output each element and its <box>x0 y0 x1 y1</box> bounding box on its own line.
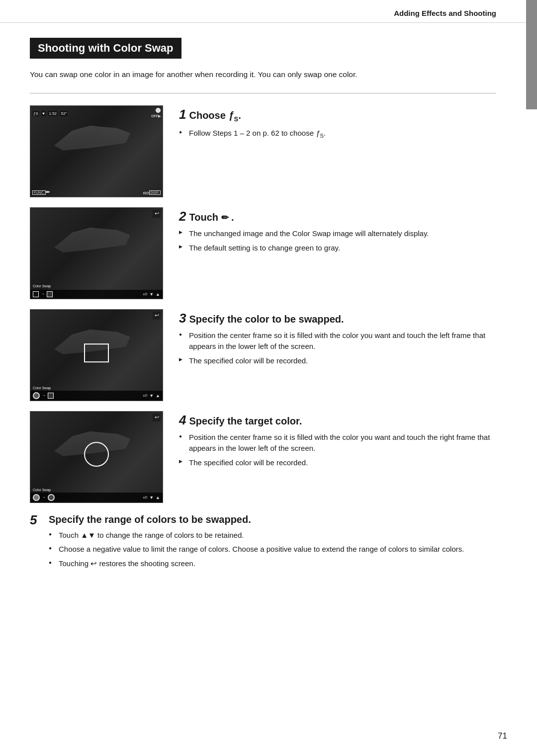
step-4-bullet-2: The specified color will be recorded. <box>179 457 496 469</box>
cam-off-label: OFF▶ <box>151 114 161 118</box>
step-2-title: Touch ✏ . <box>189 211 234 224</box>
step-4-num: 4 <box>179 414 186 426</box>
arrow-right-3: → <box>42 393 46 398</box>
page-footer: 71 <box>498 731 507 741</box>
arrow-right-2: → <box>41 292 45 296</box>
camera-image-4: ↩ Color Swap → ±0 ▼ ▲ <box>30 411 163 503</box>
step-4-row: ↩ Color Swap → ±0 ▼ ▲ <box>30 411 496 503</box>
camera-screen-inner-1: ƒS ♥ 1:52 52" OFF▶ <box>30 106 163 197</box>
step-5-bullet-1: Touch ▲▼ to change the range of colors t… <box>49 530 496 541</box>
header-title: Adding Effects and Shooting <box>394 9 496 17</box>
camera-screen-inner-3: ↩ Color Swap → ±0 ▼ ▲ <box>30 310 163 401</box>
step-3-row: ↩ Color Swap → ±0 ▼ ▲ <box>30 309 496 401</box>
plus-minus-2: ±0 <box>143 292 147 296</box>
step-3-bullets: Position the center frame so it is fille… <box>179 330 496 367</box>
color-circle-4 <box>33 494 40 501</box>
step-2-bullet-2: The default setting is to change green t… <box>179 243 496 254</box>
color-swap-bar-4: → ±0 ▼ ▲ <box>30 493 163 503</box>
divider <box>30 93 496 93</box>
back-button-3: ↩ <box>153 312 161 320</box>
section-description: You can swap one color in an image for a… <box>30 69 496 81</box>
color-circle-target-4 <box>48 494 55 501</box>
step-3-bullet-2: The specified color will be recorded. <box>179 355 496 367</box>
steps-container: ƒS ♥ 1:52 52" OFF▶ <box>30 105 496 582</box>
camera-screen-4: ↩ Color Swap → ±0 ▼ ▲ <box>30 412 163 503</box>
camera-image-1: ƒS ♥ 1:52 52" OFF▶ <box>30 105 163 197</box>
step-3-image-col: ↩ Color Swap → ±0 ▼ ▲ <box>30 309 164 401</box>
cam-dot-icon-1 <box>156 108 161 113</box>
color-swap-bar-2: → ±0 ▼ ▲ <box>30 290 163 299</box>
cam-memory-1: 52" <box>60 111 68 116</box>
plus-minus-4: ±0 <box>143 495 147 500</box>
step-1-number-title: 1 Choose ƒS. <box>179 108 496 123</box>
color-box-dark-3 <box>48 393 54 399</box>
step-1-bullets: Follow Steps 1 – 2 on p. 62 to choose ƒS… <box>179 128 496 140</box>
camera-screen-inner-2: ↩ Color Swap → ±0 ▼ ▲ <box>30 208 163 299</box>
step-5-row: 5 Specify the range of colors to be swap… <box>30 513 496 573</box>
cam-time-1: 1:52 <box>48 111 58 116</box>
step-1-title: Choose ƒS. <box>189 109 241 123</box>
color-swap-label-4: Color Swap <box>33 488 51 492</box>
triangle-up-3: ▲ <box>156 393 160 398</box>
step-4-image-col: ↩ Color Swap → ±0 ▼ ▲ <box>30 411 164 503</box>
camera-screen-3: ↩ Color Swap → ±0 ▼ ▲ <box>30 310 163 401</box>
step-3-bullet-1: Position the center frame so it is fille… <box>179 330 496 352</box>
triangle-down-4: ▼ <box>149 495 154 500</box>
back-button-4: ↩ <box>153 414 161 421</box>
side-tab <box>526 0 537 109</box>
cam-icons-right-1: OFF▶ <box>151 108 161 118</box>
triangle-down-3: ▼ <box>149 393 154 398</box>
page-header: Adding Effects and Shooting <box>0 0 526 23</box>
camera-image-2: ↩ Color Swap → ±0 ▼ ▲ <box>30 207 163 299</box>
step-3-num: 3 <box>179 312 186 325</box>
camera-image-3: ↩ Color Swap → ±0 ▼ ▲ <box>30 309 163 401</box>
step-4-title: Specify the target color. <box>189 415 302 427</box>
step-2-bullet-1: The unchanged image and the Color Swap i… <box>179 228 496 240</box>
iso-label: ISO <box>143 191 149 195</box>
section-title-bar: Shooting with Color Swap <box>30 38 181 59</box>
center-frame-rect-3 <box>84 343 109 362</box>
plane-silhouette-2 <box>45 218 135 267</box>
center-frame-circle-4 <box>84 442 109 467</box>
step-5-title: Specify the range of colors to be swappe… <box>49 513 496 526</box>
section-title: Shooting with Color Swap <box>38 42 174 55</box>
triangle-down-2: ▼ <box>149 292 154 297</box>
camera-screen-1: ƒS ♥ 1:52 52" OFF▶ <box>30 106 163 197</box>
step-5-body: Specify the range of colors to be swappe… <box>49 513 496 573</box>
step-2-bullets: The unchanged image and the Color Swap i… <box>179 228 496 253</box>
step-2-num: 2 <box>179 210 186 223</box>
step-3-content: 3 Specify the color to be swapped. Posit… <box>179 309 496 370</box>
step-3-title: Specify the color to be swapped. <box>189 313 344 325</box>
step-4-bullet-1: Position the center frame so it is fille… <box>179 432 496 454</box>
step-4-bullets: Position the center frame so it is fille… <box>179 432 496 469</box>
pencil-label-1: ✏ <box>46 189 50 195</box>
color-swap-bar-3: → ±0 ▼ ▲ <box>30 391 163 401</box>
triangle-up-2: ▲ <box>156 292 160 297</box>
triangle-up-4: ▲ <box>156 495 160 500</box>
step-1-row: ƒS ♥ 1:52 52" OFF▶ <box>30 105 496 197</box>
step-1-content: 1 Choose ƒS. Follow Steps 1 – 2 on p. 62… <box>179 105 496 143</box>
camera-overlay-top-1: ƒS ♥ 1:52 52" OFF▶ <box>32 108 161 118</box>
page-number: 71 <box>498 731 507 741</box>
step-2-image-col: ↩ Color Swap → ±0 ▼ ▲ <box>30 207 164 299</box>
step-1-image-col: ƒS ♥ 1:52 52" OFF▶ <box>30 105 164 197</box>
camera-screen-2: ↩ Color Swap → ±0 ▼ ▲ <box>30 208 163 299</box>
cam-battery-1: ♥ <box>41 111 46 116</box>
step-4-number-title: 4 Specify the target color. <box>179 414 496 427</box>
step-2-number-title: 2 Touch ✏ . <box>179 210 496 224</box>
plane-silhouette-1 <box>45 116 135 166</box>
color-circle-3 <box>33 392 40 399</box>
step-4-content: 4 Specify the target color. Position the… <box>179 411 496 472</box>
camera-overlay-bottom-1: FUNC. ✏ ISO DISP. <box>32 189 161 195</box>
step-2-content: 2 Touch ✏ . The unchanged image and the … <box>179 207 496 257</box>
step-5-bullet-3: Touching ↩ restores the shooting screen. <box>49 558 496 570</box>
arrow-right-4: → <box>42 495 46 500</box>
plus-minus-3: ±0 <box>143 393 147 398</box>
step-5-bullets: Touch ▲▼ to change the range of colors t… <box>49 530 496 570</box>
step-2-row: ↩ Color Swap → ±0 ▼ ▲ <box>30 207 496 299</box>
page-container: Adding Effects and Shooting Shooting wit… <box>0 0 537 756</box>
color-swap-label-3: Color Swap <box>33 386 51 390</box>
step-5-num: 5 <box>30 513 45 527</box>
step-1-num: 1 <box>179 108 186 121</box>
color-box-dark-2 <box>47 291 53 297</box>
